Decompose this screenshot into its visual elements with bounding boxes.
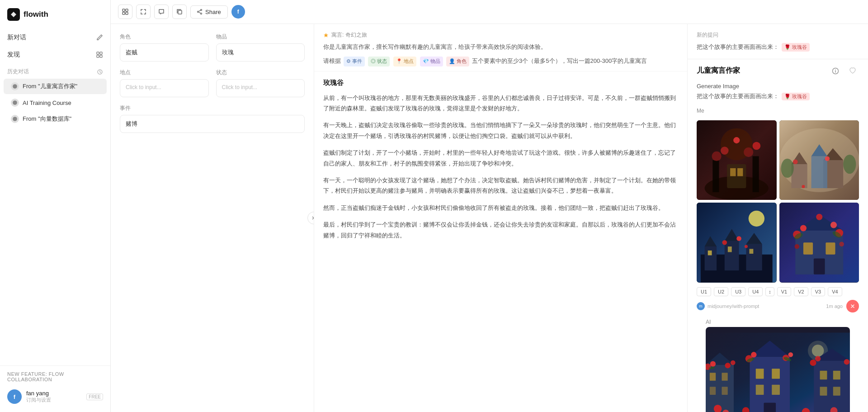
event-field: 事件 赌博 [120,104,305,133]
role-input[interactable]: 盗贼 [120,43,209,62]
svg-point-67 [800,225,806,231]
favorite-button[interactable] [846,65,859,77]
svg-rect-52 [746,244,762,270]
image-cell-2[interactable] [779,120,859,200]
svg-rect-82 [710,387,716,395]
svg-point-7 [13,100,17,105]
ai-generated-image[interactable] [706,327,850,412]
svg-point-105 [810,359,816,365]
v2-button[interactable]: V2 [794,287,808,296]
resize-button[interactable]: ↕ [765,287,774,296]
share-button[interactable]: Share [190,5,228,19]
status-input[interactable]: Click to input... [216,79,305,97]
location-input[interactable]: Click to input... [120,79,209,97]
u1-button[interactable]: U1 [697,287,711,296]
svg-point-77 [812,345,824,357]
svg-rect-94 [833,370,840,379]
logo-icon [7,8,20,21]
v4-button[interactable]: V4 [828,287,842,296]
new-chat-icon [96,34,103,41]
sidebar-item-vector-db[interactable]: From "向量数据库" [4,111,107,127]
sidebar-item-label: From "向量数据库" [23,115,71,123]
svg-rect-89 [772,384,780,394]
new-question-content: 把这个故事的主要画面画出来： 🌹 玫瑰谷 [697,43,859,52]
svg-point-8 [13,117,17,121]
image-meta: m midjourney/with-prompt 1m ago [697,300,859,313]
generate-prompt-text: 把这个故事的主要画面画出来： 🌹 玫瑰谷 [697,92,859,100]
svg-rect-65 [813,259,825,275]
svg-point-16 [198,11,199,13]
plan-badge: FREE [86,393,103,400]
sidebar: flowith 新对话 发现 历史对话 From "儿童寓言作家" [0,0,111,412]
u3-button[interactable]: U3 [731,287,745,296]
user-profile[interactable]: f fan yang 订阅与设置 FREE [7,387,103,407]
svg-point-72 [839,242,844,246]
story-type-badge: 寓言: 奇幻之旅 [323,31,367,39]
location-label: 地点 [120,69,209,76]
sidebar-item-ai-training[interactable]: AI Training Course [4,95,107,110]
svg-point-27 [753,142,761,150]
gen-tag[interactable]: 🌹 玫瑰谷 [782,93,810,100]
status-field: 状态 Click to input... [216,69,305,97]
svg-rect-22 [712,160,719,192]
story-instruction: 请根据 ⚙ 事件 ◎ 状态 📍 地点 💎 物品 👤 角色 五个要素中的至少3个（… [323,56,678,66]
panel-expand-button[interactable] [307,212,314,224]
grid-view-button[interactable] [118,5,132,19]
trash-icon [850,303,855,309]
svg-rect-13 [178,10,182,14]
content-area: 角色 盗贼 物品 玫瑰 地点 Click to input... 状态 Clic… [111,24,868,412]
history-icon [97,69,103,75]
svg-rect-11 [123,12,125,14]
u4-button[interactable]: U4 [748,287,763,296]
event-input[interactable]: 赌博 [120,115,305,133]
ai-label: AI [697,317,859,327]
sidebar-item-children-fable[interactable]: From "儿童寓言作家" [4,79,107,94]
svg-rect-9 [123,9,125,11]
tag-event: ⚙ 事件 [344,57,365,66]
discover-button[interactable]: 发现 [0,46,110,63]
v3-button[interactable]: V3 [811,287,825,296]
item-input[interactable]: 玫瑰 [216,43,305,62]
new-question-label: 新的提问 [697,31,859,39]
svg-rect-30 [730,168,736,176]
location-field: 地点 Click to input... [120,69,209,97]
history-label: 历史对话 [0,63,110,78]
svg-point-57 [722,240,727,245]
svg-rect-93 [820,370,827,379]
svg-rect-81 [722,373,727,381]
delete-button[interactable] [846,300,859,313]
sidebar-item-label: AI Training Course [23,99,71,106]
svg-point-42 [793,159,798,164]
tag-status: ◎ 状态 [368,57,390,66]
sidebar-bottom: NEW FEATURE: Flow Collaboration f fan ya… [0,365,110,412]
v1-button[interactable]: V1 [777,287,791,296]
svg-point-6 [13,84,17,89]
svg-point-70 [816,214,822,220]
time-ago: 1m ago [826,303,843,309]
expand-button[interactable] [136,5,151,19]
user-sub: 订阅与设置 [26,397,82,403]
image-cell-4[interactable] [779,203,859,283]
image-cell-3[interactable] [697,203,777,283]
midjourney-source: midjourney/with-prompt [708,303,759,309]
main-content: Share f 角色 盗贼 物品 玫瑰 [111,0,868,412]
new-q-tag[interactable]: 🌹 玫瑰谷 [782,43,810,52]
event-label: 事件 [120,104,305,112]
logo: flowith [0,0,110,29]
share-icon [197,9,203,14]
u2-button[interactable]: U2 [714,287,728,296]
image-cell-1[interactable] [697,120,777,200]
copy-button[interactable] [172,5,187,19]
chat-button[interactable] [154,5,169,19]
svg-rect-87 [772,369,780,379]
new-chat-button[interactable]: 新对话 [0,29,110,46]
info-button[interactable] [829,65,842,77]
role-label: 角色 [120,33,209,41]
tag-location: 📍 地点 [393,57,416,66]
svg-rect-40 [811,156,827,188]
svg-rect-48 [705,246,717,270]
copy-icon [176,9,183,15]
svg-rect-96 [833,387,840,395]
paragraph-6: 最后，村民们学到了一个宝贵的教训：赌博不仅会让你丢掉金钱，还会让你失去珍贵的友谊… [323,219,678,241]
svg-rect-54 [708,251,712,256]
